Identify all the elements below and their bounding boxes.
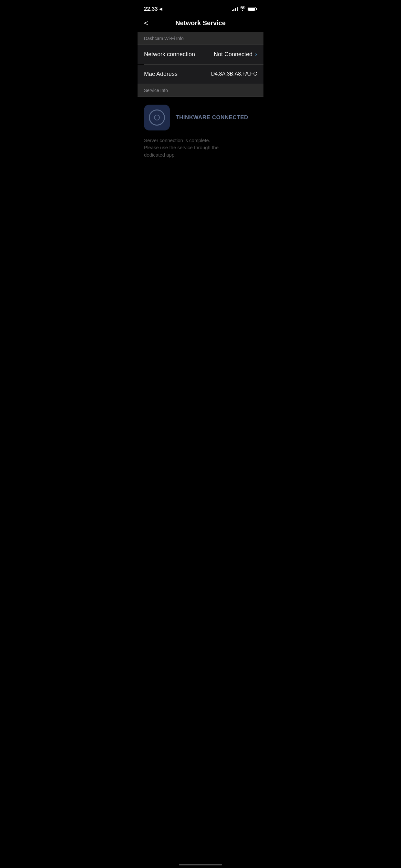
wifi-icon xyxy=(240,6,245,12)
mac-address-value: D4:8A:3B:A8:FA:FC xyxy=(211,71,257,77)
network-connection-value-group: Not Connected › xyxy=(214,51,257,58)
mac-address-row: Mac Address D4:8A:3B:A8:FA:FC xyxy=(137,65,264,84)
signal-bar-4 xyxy=(237,7,238,11)
back-button[interactable]: < xyxy=(144,19,148,27)
status-time: 22.33 ◀ xyxy=(144,6,162,12)
page-title: Network Service xyxy=(175,20,226,27)
signal-bar-2 xyxy=(234,9,235,11)
chevron-right-icon: › xyxy=(255,51,257,58)
signal-bars-icon xyxy=(232,7,238,11)
status-bar: 22.33 ◀ xyxy=(137,0,264,16)
thinkware-logo-dot xyxy=(154,115,160,120)
network-connection-row[interactable]: Network connection Not Connected › xyxy=(137,45,264,64)
time-text: 22.33 xyxy=(144,6,158,12)
battery-icon xyxy=(248,7,257,11)
network-connection-status: Not Connected xyxy=(214,51,252,58)
signal-bar-3 xyxy=(235,8,236,11)
nav-bar: < Network Service xyxy=(137,16,264,32)
dashcam-wifi-label: Dashcam Wi-Fi Info xyxy=(144,36,184,41)
mac-address-label: Mac Address xyxy=(144,71,178,78)
thinkware-logo xyxy=(144,104,170,130)
service-card: THINKWARE CONNECTED xyxy=(144,104,257,130)
dashcam-wifi-section-header: Dashcam Wi-Fi Info xyxy=(137,32,264,45)
service-description: Server connection is complete.Please use… xyxy=(144,137,257,159)
back-icon: < xyxy=(144,19,148,27)
service-info-label: Service Info xyxy=(144,88,168,93)
network-connection-label: Network connection xyxy=(144,51,195,58)
signal-bar-1 xyxy=(232,10,233,11)
location-icon: ◀ xyxy=(159,7,162,11)
service-info-section-header: Service Info xyxy=(137,84,264,97)
service-name: THINKWARE CONNECTED xyxy=(176,114,248,121)
thinkware-logo-ring xyxy=(149,110,165,126)
status-icons xyxy=(232,6,257,12)
service-card-area: THINKWARE CONNECTED Server connection is… xyxy=(137,97,264,166)
